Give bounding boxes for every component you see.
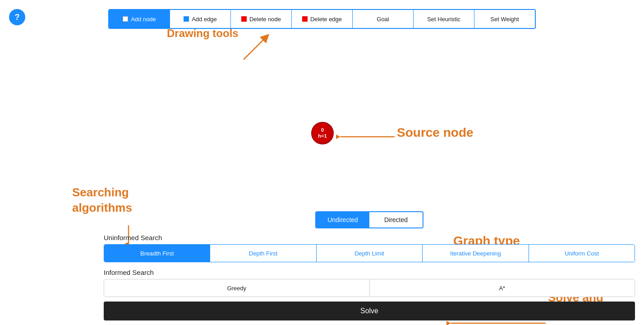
help-button[interactable]: ? bbox=[9, 9, 25, 25]
depth-first-button[interactable]: Depth First bbox=[210, 245, 316, 262]
bottom-controls: Undirected Directed Uninformed Search Br… bbox=[104, 211, 635, 320]
goal-button[interactable]: Goal bbox=[353, 10, 414, 28]
help-icon: ? bbox=[15, 13, 20, 22]
delete-edge-icon bbox=[302, 16, 308, 22]
drawing-tools-arrow bbox=[239, 28, 275, 64]
toolbar: Add node Add edge Delete node Delete edg… bbox=[108, 9, 536, 29]
iterative-deepening-button[interactable]: Iterative Deepening bbox=[423, 245, 529, 262]
greedy-button[interactable]: Greedy bbox=[104, 279, 370, 297]
set-weight-button[interactable]: Set Weight bbox=[474, 10, 535, 28]
source-node[interactable]: 0 h=1 bbox=[311, 122, 334, 144]
source-node-arrow bbox=[336, 130, 399, 144]
uninformed-search-label: Uninformed Search bbox=[104, 234, 635, 241]
set-weight-label: Set Weight bbox=[490, 16, 519, 23]
directed-button[interactable]: Directed bbox=[369, 212, 423, 228]
add-edge-button[interactable]: Add edge bbox=[170, 10, 231, 28]
svg-line-0 bbox=[244, 37, 266, 60]
informed-search-label: Informed Search bbox=[104, 269, 635, 276]
depth-limit-button[interactable]: Depth Limit bbox=[317, 245, 423, 262]
set-heuristic-button[interactable]: Set Heuristic bbox=[414, 10, 474, 28]
a-star-button[interactable]: A* bbox=[370, 279, 635, 297]
add-node-button[interactable]: Add node bbox=[109, 10, 170, 28]
source-node-label: 0 h=1 bbox=[318, 127, 327, 139]
add-edge-icon bbox=[184, 16, 189, 22]
undirected-button[interactable]: Undirected bbox=[316, 212, 369, 228]
delete-node-button[interactable]: Delete node bbox=[231, 10, 292, 28]
add-node-icon bbox=[123, 16, 128, 22]
informed-algorithms-row: Greedy A* bbox=[104, 279, 635, 297]
source-node-annotation: Source node bbox=[397, 125, 474, 140]
goal-label: Goal bbox=[377, 16, 389, 23]
delete-edge-label: Delete edge bbox=[310, 16, 342, 23]
drawing-tools-annotation: Drawing tools bbox=[167, 27, 239, 40]
add-edge-label: Add edge bbox=[192, 16, 217, 23]
breadth-first-button[interactable]: Breadth First bbox=[104, 245, 210, 262]
graph-type-toggle: Undirected Directed bbox=[315, 211, 423, 228]
add-node-label: Add node bbox=[131, 16, 156, 23]
delete-node-label: Delete node bbox=[249, 16, 281, 23]
solve-button[interactable]: Solve bbox=[104, 302, 635, 320]
delete-node-icon bbox=[241, 16, 247, 22]
set-heuristic-label: Set Heuristic bbox=[427, 16, 460, 23]
uniform-cost-button[interactable]: Uniform Cost bbox=[529, 245, 635, 262]
delete-edge-button[interactable]: Delete edge bbox=[292, 10, 353, 28]
uninformed-algorithms-row: Breadth First Depth First Depth Limit It… bbox=[104, 244, 635, 262]
